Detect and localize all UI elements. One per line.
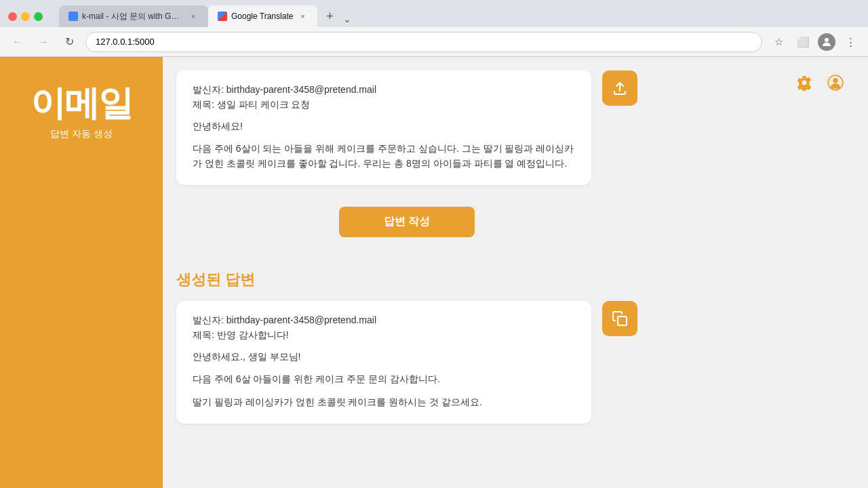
back-button[interactable]: ← (8, 33, 27, 52)
profile-avatar[interactable] (818, 33, 835, 51)
settings-icon-button[interactable] (792, 70, 816, 95)
reply-subject-label: 제목: (193, 329, 214, 340)
maximize-button[interactable] (34, 12, 43, 21)
reply-subject-line: 제목: 반영 감사합니다! (193, 329, 575, 342)
star-button[interactable]: ☆ (769, 33, 788, 52)
extensions-button[interactable]: ⬜ (793, 33, 812, 52)
tab-translate-close[interactable]: × (297, 11, 308, 22)
google-translate-favicon (218, 12, 227, 21)
svg-rect-3 (618, 317, 627, 325)
sidebar: 이메일 답변 자동 생성 (0, 57, 163, 488)
sender-label: 발신자: (193, 84, 224, 95)
email-greeting: 안녕하세요! (193, 121, 575, 133)
reply-subject-text: 반영 감사합니다! (217, 329, 289, 340)
browser-chrome: k-mail - 사업 문의 with Google... × Google T… (0, 0, 868, 57)
generated-reply-card: 발신자: birthday-parent-3458@pretend.mail 제… (176, 301, 591, 424)
sidebar-subtitle: 답변 자동 생성 (31, 128, 132, 140)
tab-menu-button[interactable]: ⌄ (339, 11, 355, 27)
tab-mail[interactable]: k-mail - 사업 문의 with Google... × (59, 5, 208, 27)
close-button[interactable] (8, 12, 17, 21)
tab-mail-title: k-mail - 사업 문의 with Google... (82, 11, 184, 22)
tabs-bar: k-mail - 사업 문의 with Google... × Google T… (51, 5, 363, 27)
email-subject-line: 제목: 생일 파티 케이크 요청 (193, 99, 575, 111)
subject-label: 제목: (193, 99, 214, 110)
menu-button[interactable]: ⋮ (841, 33, 860, 52)
minimize-button[interactable] (21, 12, 30, 21)
window-controls (8, 12, 43, 21)
copy-button[interactable] (602, 301, 637, 336)
reload-button[interactable]: ↻ (60, 33, 79, 52)
upload-button[interactable] (602, 70, 637, 106)
reply-sender-line: 발신자: birthday-parent-3458@pretend.mail (193, 314, 575, 327)
mail-favicon (68, 12, 78, 21)
toolbar-icons: ☆ ⬜ ⋮ (769, 33, 860, 52)
forward-button[interactable]: → (34, 33, 53, 52)
tab-translate[interactable]: Google Translate × (208, 5, 317, 27)
url-input[interactable] (85, 32, 762, 52)
generated-reply-title: 생성된 답변 (176, 270, 597, 290)
sidebar-title: 이메일 (31, 84, 132, 123)
write-reply-button[interactable]: 답변 작성 (339, 207, 475, 237)
reply-body1: 다음 주에 6살 아들이를 위한 케이크 주문 문의 감사합니다. (193, 371, 575, 386)
email-card: 발신자: birthday-parent-3458@pretend.mail 제… (176, 70, 591, 185)
main-area: 발신자: birthday-parent-3458@pretend.mail 제… (163, 57, 868, 488)
new-tab-button[interactable]: + (320, 7, 339, 26)
svg-point-2 (833, 78, 838, 83)
email-card-row: 발신자: birthday-parent-3458@pretend.mail 제… (176, 70, 637, 196)
profile-icon-button[interactable] (823, 70, 848, 95)
reply-sender-email: birthday-parent-3458@pretend.mail (226, 314, 376, 325)
title-bar: k-mail - 사업 문의 with Google... × Google T… (0, 0, 868, 27)
email-sender-line: 발신자: birthday-parent-3458@pretend.mail (193, 84, 575, 96)
email-body: 다음 주에 6살이 되는 아들을 위해 케이크를 주문하고 싶습니다. 그는 딸… (193, 141, 575, 171)
tab-translate-title: Google Translate (231, 12, 293, 21)
tab-mail-close[interactable]: × (188, 11, 199, 22)
generated-reply-section: 생성된 답변 발신자: birthday-parent-3458@pretend… (176, 270, 848, 434)
top-icons (792, 70, 848, 95)
reply-sender-label: 발신자: (193, 314, 224, 325)
address-bar: ← → ↻ ☆ ⬜ ⋮ (0, 27, 868, 57)
generated-reply-card-row: 발신자: birthday-parent-3458@pretend.mail 제… (176, 301, 637, 434)
sender-email: birthday-parent-3458@pretend.mail (226, 84, 376, 95)
email-subject-text: 생일 파티 케이크 요청 (217, 99, 311, 110)
reply-greeting: 안녕하세요., 생일 부모님! (193, 351, 575, 363)
reply-body2: 딸기 필링과 레이싱카가 얹힌 초콜릿 케이크를 원하시는 것 같으세요. (193, 394, 575, 409)
svg-point-0 (825, 38, 829, 42)
page-content: 이메일 답변 자동 생성 발신자: (0, 57, 868, 488)
